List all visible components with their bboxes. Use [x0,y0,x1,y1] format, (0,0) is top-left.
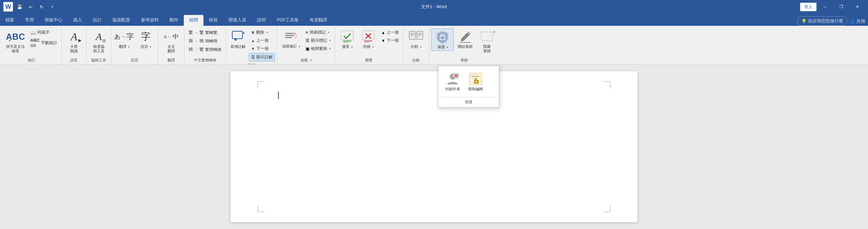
to-traditional-button[interactable]: 繁 → 繁 繁轉繁 [186,28,223,37]
compare-button[interactable]: 比較 ▾ [405,28,427,50]
tab-pdf[interactable]: PDF工具集 [271,15,304,26]
to-simp-label: 簡轉簡 [205,38,217,44]
share-button[interactable]: 👤 共用 [847,17,868,26]
spell-check-icon: ABC ✓ [7,30,24,43]
next-change-label: 下一個 [387,38,399,43]
redo-button[interactable]: ↻ [37,2,46,12]
lock-author-label: 封鎖作者 [445,87,460,92]
track-expand-icon[interactable]: ↗ [309,58,312,62]
show-comments-button[interactable]: ☰ 顯示註解 [249,53,275,61]
spell-check-button[interactable]: ABC ✓ 拼字及文法檢查 [3,28,27,55]
language-button[interactable]: 字 語言 ▾ [136,28,156,50]
svg-point-34 [476,81,477,82]
word-count-button[interactable]: ABC123 字數統計 [28,37,59,49]
group-proofing: ABC ✓ 拼字及文法檢查 📖 同義字 ABC123 字數統計 校訂 [1,27,62,64]
chinese-convert-group-label: 中文繁簡轉換 [186,57,223,64]
comments-content: + 新增註解 ✕ 刪除 ▾ ▲ 上一個 ▼ 下一個 [228,27,275,62]
protect-dropdown-group-label: 保護 [440,97,497,104]
language-text: 語言 [141,44,148,49]
tab-help[interactable]: 說明 [252,15,271,26]
full-translate-icon: a ↔ 中 [163,30,179,43]
show-markup-button[interactable]: ☰ 顯示標記 ▾ [303,37,333,44]
tab-home[interactable]: 常用 [20,15,39,26]
login-button[interactable]: 登入 [800,3,816,11]
lock-author-svg [446,73,459,85]
person-share-icon: 👤 [850,19,855,24]
language-label: 語言 ▾ [141,44,151,49]
delete-icon: ✕ [251,30,255,35]
simp-trad-label: 繁簡轉換 [205,47,221,53]
reject-arrow: ▾ [372,45,374,49]
prev-change-button[interactable]: ▲ 上一個 [379,28,401,36]
undo-button[interactable]: ↩ [26,2,35,12]
track-changes-button[interactable]: 追蹤修訂 ▾ [279,28,303,50]
prev-comment-button[interactable]: ▲ 上一個 [249,37,275,44]
tab-design[interactable]: 設計 [87,15,107,26]
track-col: ≡ 簡易標記 ▾ ☰ 顯示標記 ▾ ▣ 檢閱窗格 ▾ [303,28,333,53]
restore-button[interactable]: ❐ [833,1,849,12]
simp-to-trad-button[interactable]: 簡 → 繁 繁簡轉換 [186,45,223,54]
word-count-label: 字數統計 [41,40,57,46]
tab-layout[interactable]: 版面配置 [107,15,136,26]
group-language: あ → 字 翻譯 ▾ 字 語言 ▾ 語言 [111,27,158,64]
simple-markup-button[interactable]: ≡ 簡易標記 ▾ [303,28,333,36]
prev-change-label: 上一個 [387,30,399,35]
close-button[interactable]: ✕ [850,1,865,12]
start-ink-button[interactable]: 開始筆跡 [454,28,476,50]
lock-author-item[interactable]: 封鎖作者 [442,72,463,93]
reject-button[interactable]: 拒絕 ▾ [358,28,378,50]
tab-youdao[interactable]: 有道翻譯 [304,15,333,26]
ribbon-collapse-button[interactable]: ∧ [491,28,497,35]
document-page[interactable] [231,71,637,222]
to-simplified-button[interactable]: 簡 → 簡 簡轉簡 [186,37,223,45]
tab-references[interactable]: 參考資料 [136,15,164,26]
svg-rect-14 [409,31,415,39]
group-track: 追蹤修訂 ▾ ≡ 簡易標記 ▾ ☰ 顯示標記 ▾ ▣ 檢閱窗格 [277,27,335,64]
save-button[interactable]: 💾 [15,2,24,12]
read-aloud-icon: A ▶ [66,30,81,43]
tab-developer[interactable]: 開發人員 [223,15,252,26]
restrict-edit-item[interactable]: 限制編輯 [466,72,486,93]
start-ink-label: 開始筆跡 [458,44,473,49]
next-comment-button[interactable]: ▼ 下一個 [249,45,275,53]
tab-insert[interactable]: 插入 [68,15,87,26]
translate-button[interactable]: あ → 字 翻譯 ▾ [113,28,135,50]
voice-group-label: 語音 [64,57,84,64]
accept-col: 接受 ▾ [337,28,357,50]
share-label: 共用 [856,18,865,24]
review-pane-button[interactable]: ▣ 檢閱窗格 ▾ [303,45,333,53]
minimize-button[interactable]: ─ [817,1,833,12]
new-comment-button[interactable]: + 新增註解 [228,28,248,50]
accept-label: 接受 ▾ [342,44,353,49]
tab-file[interactable]: 檔案 [0,15,20,26]
tab-mail[interactable]: 郵件 [164,15,184,26]
read-aloud-button[interactable]: A ▶ 大聲朗讀 [64,28,84,55]
accessibility-content: A ⚙ 檢查協助工具 [88,27,109,57]
synonym-button[interactable]: 📖 同義字 [28,28,59,36]
accept-button[interactable]: 接受 ▾ [337,28,357,50]
compare-label: 比較 ▾ [411,44,421,49]
accessibility-check-button[interactable]: A ⚙ 檢查協助工具 [88,28,109,55]
tab-review[interactable]: 校閱 [184,15,203,26]
full-translate-button[interactable]: a ↔ 中 全文翻譯 [160,28,182,55]
delete-comment-button[interactable]: ✕ 刪除 ▾ [249,28,275,36]
restrict-svg [469,73,482,85]
qat-dropdown-button[interactable]: ▾ [47,2,57,12]
simp-icon: 簡 [189,38,193,44]
simple-markup-label: 簡易標記 [310,30,326,35]
group-comments: + 新增註解 ✕ 刪除 ▾ ▲ 上一個 ▼ 下一個 [226,27,277,64]
tell-me-input[interactable]: 💡 告訴我您想做什麼 [797,16,847,26]
document-title: 文件1 - Word [421,4,447,10]
next-change-button[interactable]: ▼ 下一個 [379,37,401,44]
convert-col: 繁 → 繁 繁轉繁 簡 → 簡 簡轉簡 簡 → 繁 繁簡轉換 [186,28,223,54]
protect-dropdown: 封鎖作者 限制編輯 [438,66,499,108]
tab-view[interactable]: 檢視 [203,15,223,26]
translate-dropdown-arrow: ▾ [128,45,130,49]
accessibility-label: 檢查協助工具 [93,44,104,53]
next-arrow-icon: ▼ [251,46,255,51]
tab-template[interactable]: 模板中心 [39,15,68,26]
to-trad-icon: 繁 [189,30,193,36]
protect-button[interactable]: 保護 ▾ [431,28,454,51]
word-count-icon: ABC123 [30,38,40,48]
group-translate: a ↔ 中 全文翻譯 翻譯 [158,27,184,64]
